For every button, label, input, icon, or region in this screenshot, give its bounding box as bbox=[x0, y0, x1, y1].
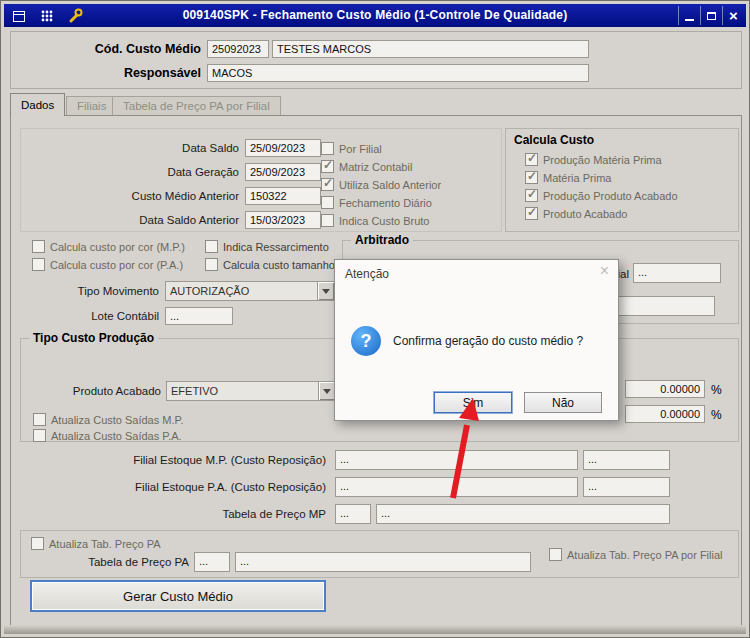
atualiza-tab-preco-pa-label: Atualiza Tab. Preço PA bbox=[49, 538, 161, 550]
percentual-2-input[interactable]: 0.00000 bbox=[625, 405, 705, 423]
cod-custo-medio-desc-input[interactable]: TESTES MARCOS bbox=[272, 40, 589, 58]
indica-ressarcimento-label: Indica Ressarcimento bbox=[223, 241, 329, 253]
tabela-preco-mp-lookup[interactable]: ... bbox=[335, 504, 371, 524]
filial-estoque-mp-label: Filial Estoque M.P. (Custo Reposição) bbox=[11, 454, 326, 466]
atualiza-tab-preco-pa-por-filial-checkbox[interactable] bbox=[549, 548, 562, 561]
matriz-contabil-checkbox[interactable] bbox=[321, 160, 334, 173]
checkbox-materia-prima: Matéria Prima bbox=[525, 171, 611, 184]
producao-produto-acabado-label: Produção Produto Acabado bbox=[543, 190, 678, 202]
close-button[interactable]: × bbox=[722, 6, 744, 25]
filial-estoque-pa-lookup[interactable]: ... bbox=[335, 477, 578, 497]
responsavel-input[interactable]: MACOS bbox=[207, 64, 589, 82]
checkbox-atualiza-tab-preco-pa-por-filial: Atualiza Tab. Preço PA por Filial bbox=[549, 548, 723, 561]
sim-button[interactable]: Sim bbox=[434, 392, 512, 413]
atualiza-tab-preco-pa-checkbox[interactable] bbox=[31, 537, 44, 550]
data-saldo-label: Data Saldo bbox=[21, 142, 239, 154]
dialog-message: Confirma geração do custo médio ? bbox=[393, 334, 583, 348]
por-filial-label: Por Filial bbox=[339, 143, 382, 155]
minimize-button[interactable] bbox=[678, 6, 700, 25]
custo-medio-anterior-input[interactable]: 150322 bbox=[245, 187, 321, 205]
percent-symbol-1: % bbox=[711, 383, 722, 397]
atualiza-saidas-mp-label: Atualiza Custo Saídas M.P. bbox=[51, 414, 183, 426]
indica-ressarcimento-checkbox[interactable] bbox=[205, 240, 218, 253]
checkbox-calcula-custo-tamanho: Calcula custo tamanho bbox=[205, 258, 335, 271]
tipo-movimento-label: Tipo Movimento bbox=[11, 285, 159, 297]
atualiza-saidas-mp-checkbox[interactable] bbox=[33, 413, 46, 426]
wrench-icon[interactable] bbox=[66, 7, 83, 24]
filial-estoque-pa-lookup-2[interactable]: ... bbox=[583, 477, 670, 497]
form-icon[interactable] bbox=[10, 7, 27, 24]
filial-estoque-mp-lookup-2[interactable]: ... bbox=[583, 450, 670, 470]
produto-acabado-select-label: Produto Acabado bbox=[21, 385, 161, 397]
tipo-movimento-value: AUTORIZAÇÃO bbox=[166, 285, 317, 297]
chevron-down-icon bbox=[318, 382, 335, 400]
tabela-preco-pa-label: Tabela de Preço PA bbox=[21, 556, 189, 568]
data-geracao-input[interactable]: 25/09/2023 bbox=[245, 163, 321, 181]
indica-custo-bruto-checkbox[interactable] bbox=[321, 214, 334, 227]
cod-custo-medio-input[interactable]: 25092023 bbox=[207, 40, 269, 58]
custo-cor-pa-checkbox[interactable] bbox=[32, 258, 45, 271]
checkbox-matriz-contabil: Matriz Contabil bbox=[321, 160, 412, 173]
produto-acabado-select[interactable]: EFETIVO bbox=[166, 381, 336, 401]
materia-prima-checkbox[interactable] bbox=[525, 171, 538, 184]
atualiza-saidas-pa-checkbox[interactable] bbox=[33, 429, 46, 442]
utiliza-saldo-anterior-label: Utiliza Saldo Anterior bbox=[339, 179, 441, 191]
tab-tabela-preco-pa[interactable]: Tabela de Preço PA por Filial bbox=[112, 96, 281, 115]
dialog-close-icon[interactable]: × bbox=[600, 263, 609, 279]
checkbox-atualiza-tab-preco-pa: Atualiza Tab. Preço PA bbox=[31, 537, 161, 550]
checkbox-fechamento-diario: Fechamento Diário bbox=[321, 196, 432, 209]
titlebar: 009140SPK - Fechamento Custo Médio (1-Co… bbox=[4, 4, 746, 27]
custo-cor-mp-checkbox[interactable] bbox=[32, 240, 45, 253]
data-saldo-input[interactable]: 25/09/2023 bbox=[245, 139, 321, 157]
tabela-preco-mp-desc[interactable]: ... bbox=[376, 504, 670, 524]
checkbox-produto-acabado: Produto Acabado bbox=[525, 207, 627, 220]
filial-estoque-mp-lookup[interactable]: ... bbox=[335, 450, 578, 470]
filial-estoque-pa-label: Filial Estoque P.A. (Custo Reposição) bbox=[11, 481, 326, 493]
matriz-contabil-label: Matriz Contabil bbox=[339, 161, 412, 173]
calcula-custo-tamanho-checkbox[interactable] bbox=[205, 258, 218, 271]
percentual-1-input[interactable]: 0.00000 bbox=[625, 380, 705, 398]
tab-dados[interactable]: Dados bbox=[10, 93, 65, 116]
checkbox-custo-cor-pa: Calcula custo por cor (P.A.) bbox=[32, 258, 183, 271]
arbitrado-filial-lookup[interactable]: ... bbox=[633, 263, 721, 283]
producao-materia-prima-checkbox[interactable] bbox=[525, 153, 538, 166]
grid-icon[interactable] bbox=[38, 7, 55, 24]
produto-acabado-label: Produto Acabado bbox=[543, 208, 627, 220]
confirmation-dialog: Atenção × ? Confirma geração do custo mé… bbox=[334, 259, 619, 421]
arbitrado-title: Arbitrado bbox=[351, 233, 413, 247]
window-bottom-frame bbox=[4, 625, 746, 634]
data-saldo-anterior-input[interactable]: 15/03/2023 bbox=[245, 211, 321, 229]
tipo-custo-producao-title: Tipo Custo Produção bbox=[29, 331, 158, 345]
app-window: 009140SPK - Fechamento Custo Médio (1-Co… bbox=[0, 0, 750, 638]
por-filial-checkbox[interactable] bbox=[321, 142, 334, 155]
tabela-preco-pa-desc[interactable]: ... bbox=[235, 552, 531, 572]
indica-custo-bruto-label: Indica Custo Bruto bbox=[339, 215, 430, 227]
checkbox-utiliza-saldo-anterior: Utiliza Saldo Anterior bbox=[321, 178, 441, 191]
produto-acabado-select-value: EFETIVO bbox=[167, 385, 318, 397]
produto-acabado-checkbox[interactable] bbox=[525, 207, 538, 220]
group-saldos: Data Saldo 25/09/2023 Data Geração 25/09… bbox=[20, 128, 502, 232]
fechamento-diario-checkbox[interactable] bbox=[321, 196, 334, 209]
tab-filiais[interactable]: Filiais bbox=[66, 96, 117, 115]
checkbox-indica-ressarcimento: Indica Ressarcimento bbox=[205, 240, 329, 253]
nao-button[interactable]: Não bbox=[524, 392, 602, 413]
checkbox-producao-materia-prima: Produção Matéria Prima bbox=[525, 153, 662, 166]
producao-produto-acabado-checkbox[interactable] bbox=[525, 189, 538, 202]
lote-contabil-lookup[interactable]: ... bbox=[165, 307, 233, 325]
minimize-icon bbox=[685, 19, 694, 21]
question-icon: ? bbox=[351, 326, 381, 356]
tabela-preco-pa-lookup[interactable]: ... bbox=[194, 552, 230, 572]
checkbox-atualiza-saidas-pa: Atualiza Custo Saídas P.A. bbox=[33, 429, 182, 442]
fechamento-diario-label: Fechamento Diário bbox=[339, 197, 432, 209]
group-calcula-custo: Calcula Custo Produção Matéria Prima Mat… bbox=[505, 128, 739, 232]
calcula-custo-title: Calcula Custo bbox=[514, 133, 594, 147]
tabela-preco-mp-label: Tabela de Preço MP bbox=[11, 508, 326, 520]
checkbox-atualiza-saidas-mp: Atualiza Custo Saídas M.P. bbox=[33, 413, 183, 426]
percent-symbol-2: % bbox=[711, 408, 722, 422]
gerar-custo-medio-button[interactable]: Gerar Custo Médio bbox=[30, 580, 326, 612]
header-panel: Cód. Custo Médio 25092023 TESTES MARCOS … bbox=[10, 31, 742, 89]
tipo-movimento-select[interactable]: AUTORIZAÇÃO bbox=[165, 281, 335, 301]
maximize-button[interactable] bbox=[700, 6, 722, 25]
group-tabela-preco-pa: Atualiza Tab. Preço PA Tabela de Preço P… bbox=[20, 530, 739, 578]
utiliza-saldo-anterior-checkbox[interactable] bbox=[321, 178, 334, 191]
